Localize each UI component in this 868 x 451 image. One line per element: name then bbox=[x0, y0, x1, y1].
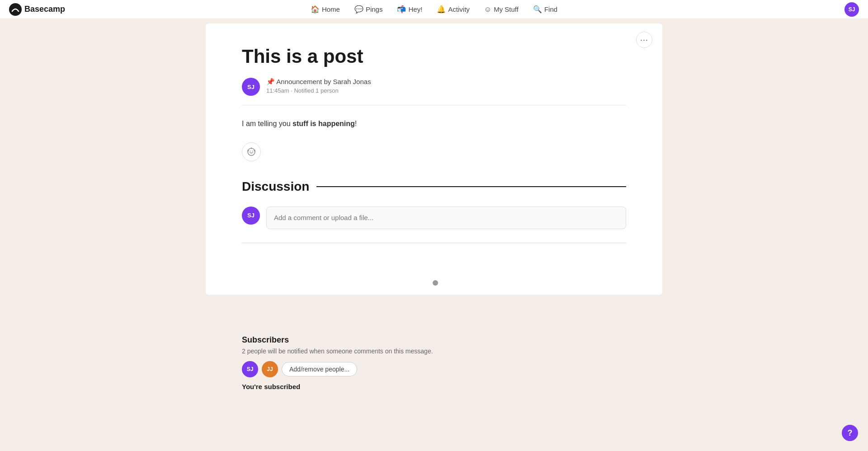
author-row: SJ 📌 Announcement by Sarah Jonas 11:45am… bbox=[242, 78, 626, 105]
nav-find-label: Find bbox=[544, 5, 557, 13]
logo-area[interactable]: Basecamp bbox=[9, 3, 65, 16]
subscriber-avatar-sj[interactable]: SJ bbox=[242, 361, 258, 377]
nav-hey[interactable]: 📬 Hey! bbox=[391, 2, 429, 16]
discussion-title: Discussion bbox=[242, 179, 309, 194]
reaction-icon bbox=[247, 147, 256, 156]
post-body-prefix: I am telling you bbox=[242, 120, 292, 127]
mystuff-icon: ☺ bbox=[484, 5, 491, 14]
add-remove-people-button[interactable]: Add/remove people... bbox=[282, 362, 357, 376]
basecamp-logo-icon bbox=[9, 3, 22, 16]
post-body-bold: stuff is happening bbox=[292, 120, 355, 127]
nav-home[interactable]: 🏠 Home bbox=[304, 2, 346, 16]
subscriber-avatar-jj[interactable]: JJ bbox=[262, 361, 278, 377]
nav-pings-label: Pings bbox=[366, 5, 383, 13]
bottom-content: Subscribers 2 people will be notified wh… bbox=[206, 335, 662, 390]
main-wrapper: ··· This is a post SJ 📌 Announcement by … bbox=[0, 19, 868, 322]
help-button[interactable]: ? bbox=[842, 425, 858, 441]
nav-mystuff[interactable]: ☺ My Stuff bbox=[478, 3, 525, 16]
author-time: 11:45am · Notified 1 person bbox=[266, 87, 371, 94]
post-title: This is a post bbox=[242, 46, 626, 67]
commenter-avatar: SJ bbox=[242, 207, 260, 225]
nav-activity-label: Activity bbox=[448, 5, 470, 13]
activity-icon: 🔔 bbox=[437, 5, 446, 14]
subscribers-title: Subscribers bbox=[242, 335, 626, 345]
post-body: I am telling you stuff is happening! bbox=[242, 118, 626, 130]
content-card: ··· This is a post SJ 📌 Announcement by … bbox=[206, 23, 662, 295]
post-body-suffix: ! bbox=[355, 120, 357, 127]
comment-input[interactable] bbox=[266, 207, 626, 229]
pings-icon: 💬 bbox=[354, 5, 363, 14]
author-avatar: SJ bbox=[242, 78, 260, 96]
nav-center: 🏠 Home 💬 Pings 📬 Hey! 🔔 Activity ☺ My St… bbox=[304, 2, 564, 16]
nav-pings[interactable]: 💬 Pings bbox=[348, 2, 389, 16]
nav-mystuff-label: My Stuff bbox=[494, 5, 519, 13]
nav-activity[interactable]: 🔔 Activity bbox=[430, 2, 476, 16]
home-icon: 🏠 bbox=[311, 5, 320, 14]
subscribers-description: 2 people will be notified when someone c… bbox=[242, 348, 626, 355]
subscribers-row: SJ JJ Add/remove people... bbox=[242, 361, 626, 377]
top-navigation: Basecamp 🏠 Home 💬 Pings 📬 Hey! 🔔 Activit… bbox=[0, 0, 868, 19]
subscribed-text: You're subscribed bbox=[242, 383, 626, 390]
three-dot-menu-button[interactable]: ··· bbox=[636, 32, 652, 48]
author-meta: 📌 Announcement by Sarah Jonas 11:45am · … bbox=[266, 78, 371, 94]
discussion-divider bbox=[316, 186, 626, 187]
nav-right: SJ bbox=[844, 2, 859, 17]
section-separator bbox=[242, 243, 626, 243]
svg-point-1 bbox=[248, 148, 255, 155]
nav-home-label: Home bbox=[322, 5, 340, 13]
user-avatar-nav[interactable]: SJ bbox=[844, 2, 859, 17]
author-announcement: 📌 Announcement by Sarah Jonas bbox=[266, 78, 371, 86]
reaction-button[interactable] bbox=[242, 142, 261, 161]
comment-row: SJ bbox=[242, 207, 626, 229]
hey-icon: 📬 bbox=[397, 5, 406, 14]
app-name: Basecamp bbox=[24, 5, 65, 14]
nav-find[interactable]: 🔍 Find bbox=[527, 2, 564, 16]
nav-hey-label: Hey! bbox=[408, 5, 422, 13]
discussion-header: Discussion bbox=[242, 179, 626, 194]
bottom-section: Subscribers 2 people will be notified wh… bbox=[0, 322, 868, 409]
find-icon: 🔍 bbox=[533, 5, 542, 14]
